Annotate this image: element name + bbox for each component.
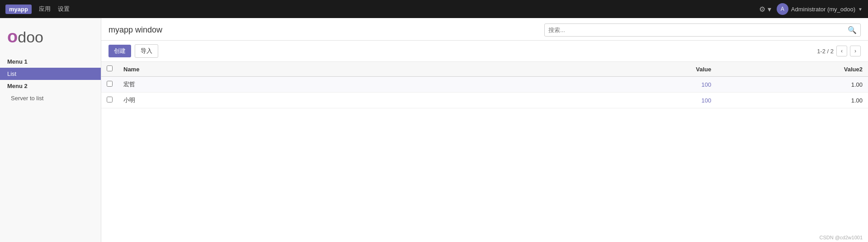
- select-all-checkbox[interactable]: [107, 65, 113, 71]
- row-checkbox-cell: [101, 93, 118, 108]
- navbar-right: ⚙ ▾ A Administrator (my_odoo) ▼: [759, 3, 863, 15]
- user-info[interactable]: A Administrator (my_odoo) ▼: [777, 3, 863, 15]
- avatar: A: [777, 3, 788, 15]
- search-bar: 🔍: [544, 23, 861, 37]
- row-name: 宏哲: [118, 77, 582, 93]
- search-input[interactable]: [548, 27, 848, 33]
- import-button[interactable]: 导入: [135, 44, 158, 58]
- logo-area: odoo: [0, 23, 101, 56]
- gear-icon[interactable]: ⚙ ▾: [759, 5, 771, 14]
- nav-item-settings[interactable]: 设置: [58, 5, 70, 13]
- search-icon[interactable]: 🔍: [848, 26, 857, 34]
- sidebar-item-menu1[interactable]: Menu 1: [0, 56, 101, 68]
- row-name: 小明: [118, 93, 582, 108]
- table-body: 宏哲 100 1.00 小明 100 1.00: [101, 77, 868, 108]
- pagination: 1-2 / 2 ‹ ›: [817, 46, 861, 56]
- chevron-down-icon: ▼: [858, 7, 863, 12]
- create-button[interactable]: 创建: [108, 45, 131, 57]
- table-row[interactable]: 宏哲 100 1.00: [101, 77, 868, 93]
- next-page-button[interactable]: ›: [850, 46, 861, 56]
- row-value: 100: [582, 93, 717, 108]
- table-header-row: Name Value Value2: [101, 62, 868, 77]
- col-header-value2: Value2: [717, 62, 868, 77]
- row-checkbox[interactable]: [107, 81, 113, 87]
- top-navbar: myapp 应用 设置 ⚙ ▾ A Administrator (my_odoo…: [0, 0, 868, 18]
- sidebar-item-menu2[interactable]: Menu 2: [0, 80, 101, 92]
- window-title: myapp window: [108, 25, 544, 35]
- row-checkbox-cell: [101, 77, 118, 93]
- footer: CSDN @cd2w1001: [814, 233, 868, 242]
- logo-o: o: [7, 27, 18, 46]
- content-area: myapp window 🔍 创建 导入 1-2 / 2 ‹ ›: [101, 18, 868, 242]
- sidebar-item-list[interactable]: List: [0, 68, 101, 80]
- pagination-text: 1-2 / 2: [817, 48, 834, 55]
- table-wrapper: Name Value Value2 宏哲 100 1.00 小明 100 1.0…: [101, 62, 868, 242]
- list-table: Name Value Value2 宏哲 100 1.00 小明 100 1.0…: [101, 62, 868, 108]
- col-header-check: [101, 62, 118, 77]
- row-value2: 1.00: [717, 93, 868, 108]
- main-layout: odoo Menu 1 List Menu 2 Server to list m…: [0, 18, 868, 242]
- row-value: 100: [582, 77, 717, 93]
- table-row[interactable]: 小明 100 1.00: [101, 93, 868, 108]
- row-value2: 1.00: [717, 77, 868, 93]
- sidebar: odoo Menu 1 List Menu 2 Server to list: [0, 18, 101, 242]
- prev-page-button[interactable]: ‹: [836, 46, 847, 56]
- row-checkbox[interactable]: [107, 97, 113, 102]
- nav-item-apps[interactable]: 应用: [39, 5, 51, 13]
- col-header-value: Value: [582, 62, 717, 77]
- toolbar: 创建 导入 1-2 / 2 ‹ ›: [101, 41, 868, 62]
- odoo-logo: odoo: [7, 27, 43, 47]
- logo-doo: doo: [18, 28, 43, 46]
- user-name: Administrator (my_odoo): [791, 6, 855, 13]
- footer-text: CSDN @cd2w1001: [819, 235, 863, 240]
- col-header-name: Name: [118, 62, 582, 77]
- app-name[interactable]: myapp: [5, 5, 32, 14]
- sidebar-item-server-to-list[interactable]: Server to list: [0, 92, 101, 104]
- content-header: myapp window 🔍: [101, 18, 868, 41]
